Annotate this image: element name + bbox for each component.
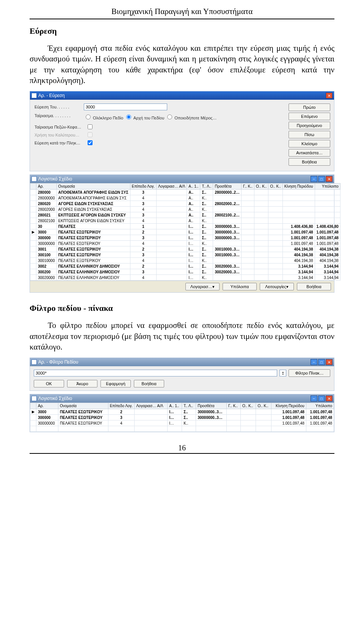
apply-button[interactable]: Εφαρμογή <box>100 380 131 387</box>
app-icon <box>31 359 37 365</box>
find-title: Αρ. - Εύρεση <box>38 93 65 98</box>
titlebar-plan: Λογιστικό Σχέδιο − □ ✕ <box>30 175 334 183</box>
titlebar-find: Αρ. - Εύρεση ✕ <box>30 91 334 100</box>
titlebar-plan2: Λογιστικό Σχέδιο − □ ✕ <box>30 394 334 403</box>
table-row[interactable]: 30ΠΕΛΑΤΕΣ1Ι…Σ..30000000..3…1.408.436,801… <box>30 224 340 229</box>
radio-begin-field[interactable]: Αρχή του Πεδίου <box>124 116 164 120</box>
running-header: Βιομηχανική Παραγωγή και Υποσυστήματα <box>30 4 334 18</box>
use-best-label: Χρήση του Καλύτερου… <box>35 133 84 137</box>
help-button[interactable]: Βοήθεια <box>297 283 331 290</box>
help-button[interactable]: Βοήθεια <box>289 158 330 166</box>
chart-of-accounts-window: Λογιστικό Σχέδιο − □ ✕ Αρ. Ονομασία Επίπ… <box>30 174 334 293</box>
find-while-typing-label: Εύρεση κατά την Πληκ… <box>35 141 84 145</box>
minimize-icon[interactable]: − <box>311 395 317 401</box>
close-icon[interactable]: ✕ <box>326 395 333 401</box>
table-row[interactable]: 30010000ΠΕΛΑΤΕΣ ΕΞΩΤΕΡΙΚΟΥ4Ι…Κ..404.194,… <box>30 258 340 263</box>
prev-button[interactable]: Προηγούμενο <box>289 122 330 129</box>
accounts-table-filtered[interactable]: Αρ. Ονομασία Επίπεδο Λογ. Λογαριασ… Α/Λ … <box>30 403 334 432</box>
find-field-label: Εύρεση Του. . . . . . <box>35 105 84 109</box>
first-button[interactable]: Πρώτο <box>289 104 330 111</box>
use-best-checkbox <box>88 132 93 137</box>
table-row[interactable]: 300100ΠΕΛΑΤΕΣ ΕΞΩΤΕΡΙΚΟΥ3Ι…Σ..30010000..… <box>30 252 340 258</box>
app-icon <box>31 176 37 182</box>
table-row[interactable]: 28002000ΑΓΟΡΕΣ ΕΙΔΩΝ ΣΥΣΚΕΥΑΣΙΑΣ4Α..Κ.. <box>30 207 340 212</box>
find-input[interactable] <box>84 104 167 110</box>
filter-title: Αρ. - Φίλτρο Πεδίου <box>38 359 78 365</box>
functions-button[interactable]: Λειτουργίες ▾ <box>260 283 294 290</box>
close-button[interactable]: Κλείσιμο <box>289 140 330 147</box>
radio-whole-field[interactable]: Ολόκληρο Πεδίο <box>84 116 123 120</box>
paragraph-find: Έχει εφαρμογή στα πεδία ενός καταλόγου κ… <box>30 43 334 86</box>
balances-button[interactable]: Υπόλοιπα <box>223 283 257 290</box>
maximize-icon[interactable]: □ <box>318 395 325 401</box>
filter-input[interactable] <box>34 370 277 376</box>
minimize-icon[interactable]: − <box>311 176 317 182</box>
cancel-button[interactable]: Άκυρο <box>67 380 97 387</box>
table-row[interactable]: 280020ΑΓΟΡΕΣ ΕΙΔΩΝ ΣΥΣΚΕΥΑΣΙΑΣ3Α..Σ..280… <box>30 201 340 207</box>
table-row[interactable]: 280000ΑΠΟΘΕΜΑΤΑ ΑΠΟΓΡΑΦΗΣ ΕΙΔΩΝ ΣΥΣ3Α..Σ… <box>30 190 340 195</box>
table-row[interactable]: 30000000ΠΕΛΑΤΕΣ ΕΣΩΤΕΡΙΚΟΥ4Ι…Κ..1.001.09… <box>30 241 340 246</box>
table-row[interactable]: 3002ΠΕΛΑΤΕΣ ΕΛΛΗΝΙΚΟΥ ΔΗΜΟΣΙΟΥ2Ι…Σ..3002… <box>30 263 340 269</box>
table-row[interactable]: 300200ΠΕΛΑΤΕΣ ΕΛΛΗΝΙΚΟΥ ΔΗΜΟΣΙΟΥ3Ι…Σ..30… <box>30 269 340 275</box>
section-heading-filter: Φίλτρο πεδίου - πίνακα <box>30 303 334 313</box>
find-while-typing-checkbox[interactable] <box>88 140 93 145</box>
table-row[interactable]: 280021ΕΚΠΤΩΣΕΙΣ ΑΓΟΡΩΝ ΕΙΔΩΝ ΣΥΣΚΕΥ3Α..Σ… <box>30 212 340 218</box>
case-match-checkbox[interactable] <box>88 124 93 129</box>
close-icon[interactable]: ✕ <box>326 176 333 182</box>
next-button[interactable]: Επόμενο <box>289 113 330 120</box>
app-icon <box>31 93 37 98</box>
app-icon <box>31 396 37 401</box>
divider-bottom <box>30 453 334 454</box>
page-number: 16 <box>30 444 334 452</box>
plan2-title: Λογιστικό Σχέδιο <box>38 396 72 401</box>
close-icon[interactable]: ✕ <box>326 93 333 99</box>
table-row[interactable]: 28000000ΑΠΟΘΕΜΑΤΑ ΑΠΟΓΡΑΦΗΣ ΕΙΔΩΝ ΣΥΣ4Α.… <box>30 195 340 201</box>
case-match-label: Ταίριασμα Πεζών-Κεφα… <box>35 125 84 129</box>
table-row[interactable]: 30020000ΠΕΛΑΤΕΣ ΕΛΛΗΝΙΚΟΥ ΔΗΜΟΣΙΟΥ4Ι…Κ..… <box>30 275 340 281</box>
table-row[interactable]: 300000ΠΕΛΑΤΕΣ ΕΣΩΤΕΡΙΚΟΥ3Ι…Σ..30000000..… <box>30 235 340 241</box>
maximize-icon[interactable]: □ <box>318 176 325 182</box>
paragraph-filter: Το φίλτρο πεδίου μπορεί να εφαρμοσθεί σε… <box>30 320 334 352</box>
lookup-icon[interactable]: ↥ <box>279 370 286 376</box>
back-button[interactable]: Πίσω <box>289 131 330 138</box>
table-row[interactable]: 30000000ΠΕΛΑΤΕΣ ΕΣΩΤΕΡΙΚΟΥ4Ι…Κ..1.001.09… <box>30 420 334 426</box>
table-row[interactable]: 28002100ΕΚΠΤΩΣΕΙΣ ΑΓΟΡΩΝ ΕΙΔΩΝ ΣΥΣΚΕΥ4Α.… <box>30 218 340 224</box>
table-row[interactable]: ▶3000ΠΕΛΑΤΕΣ ΕΣΩΤΕΡΙΚΟΥ2Ι…Σ..30000000..3… <box>30 229 340 235</box>
maximize-icon[interactable]: □ <box>318 359 325 365</box>
table-row[interactable]: 3001ΠΕΛΑΤΕΣ ΕΞΩΤΕΡΙΚΟΥ2Ι…Σ..30010000..3…… <box>30 246 340 252</box>
table-row[interactable]: ▶3000ΠΕΛΑΤΕΣ ΕΣΩΤΕΡΙΚΟΥ2Ι…Σ..30000000..3… <box>30 409 334 415</box>
plan-title: Λογιστικό Σχέδιο <box>38 176 72 182</box>
help-button[interactable]: Βοήθεια <box>134 380 164 387</box>
ok-button[interactable]: OK <box>34 380 64 387</box>
field-filter-dialog: Αρ. - Φίλτρο Πεδίου − □ ✕ ↥ Φίλτρο Πίνακ… <box>30 358 334 391</box>
account-button[interactable]: Λογαριασ… ▾ <box>185 283 220 290</box>
chart-of-accounts-window-filtered: Λογιστικό Σχέδιο − □ ✕ Αρ. Ονομασία Επίπ… <box>30 394 334 432</box>
minimize-icon[interactable]: − <box>311 359 317 365</box>
replace-button[interactable]: Αντικατάστα… <box>289 149 330 157</box>
radio-any-part[interactable]: Οποιοδήποτε Μέρος… <box>165 116 217 120</box>
titlebar-filter: Αρ. - Φίλτρο Πεδίου − □ ✕ <box>30 358 334 366</box>
find-dialog-window: Αρ. - Εύρεση ✕ Εύρεση Του. . . . . . Ταί… <box>30 91 334 171</box>
close-icon[interactable]: ✕ <box>326 359 333 365</box>
divider <box>30 19 334 19</box>
table-row <box>30 426 334 432</box>
accounts-table[interactable]: Αρ. Ονομασία Επίπεδο Λογ. Λογαριασ… Α/Λ … <box>30 183 340 281</box>
filter-table-button[interactable]: Φίλτρο Πίνακ… <box>289 369 330 377</box>
match-label: Ταίριασμα. . . . . . . . <box>35 113 84 118</box>
section-heading-find: Εύρεση <box>30 26 334 36</box>
table-row[interactable]: 300000ΠΕΛΑΤΕΣ ΕΣΩΤΕΡΙΚΟΥ3Ι…Σ..30000000..… <box>30 415 334 420</box>
